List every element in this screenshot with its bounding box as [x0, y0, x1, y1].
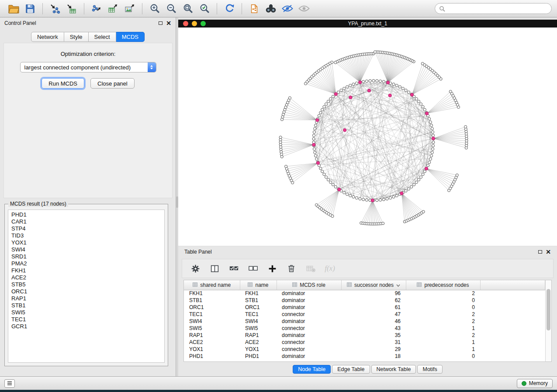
search-box[interactable] — [435, 3, 552, 14]
column-header-name[interactable]: name — [240, 280, 277, 290]
mcds-result-item[interactable]: CAR1 — [11, 218, 164, 225]
table-row[interactable]: SWI4SWI4dominator462 — [184, 318, 545, 325]
column-header-shared-name[interactable]: shared name — [184, 280, 240, 290]
export-network-button[interactable] — [88, 2, 105, 16]
tab-style[interactable]: Style — [64, 32, 89, 42]
mcds-result-item[interactable]: ORC1 — [11, 288, 164, 295]
mcds-result-item[interactable]: TEC1 — [11, 316, 164, 323]
window-close-icon[interactable] — [183, 21, 188, 26]
folder-icon — [8, 4, 19, 14]
export-document-button[interactable] — [246, 2, 263, 16]
mcds-result-item[interactable]: STB5 — [11, 281, 164, 288]
main-toolbar — [0, 0, 557, 17]
scrollbar-thumb[interactable] — [547, 289, 550, 330]
table-row[interactable]: SWI5SWI5connector431 — [184, 325, 545, 332]
export-image-button[interactable] — [121, 2, 138, 16]
mcds-result-item[interactable]: FKH1 — [11, 267, 164, 274]
import-table-button[interactable] — [63, 2, 80, 16]
tab-mcds[interactable]: MCDS — [116, 32, 145, 42]
mcds-result-item[interactable]: SWI5 — [11, 309, 164, 316]
zoom-fit-button[interactable] — [180, 2, 196, 16]
table-row[interactable]: ORC1ORC1dominator610 — [184, 304, 545, 311]
tab-node-table[interactable]: Node Table — [293, 365, 331, 374]
tab-motifs[interactable]: Motifs — [417, 365, 442, 374]
import-network-button[interactable] — [47, 2, 63, 16]
table-row[interactable]: FKH1FKH1dominator962 — [184, 290, 545, 297]
column-header-predecessor-nodes[interactable]: predecessor nodes — [406, 280, 480, 290]
criterion-select[interactable]: largest connected component (undirected) — [20, 62, 156, 72]
add-row-button[interactable] — [266, 261, 278, 275]
delete-rows-button[interactable] — [285, 261, 298, 275]
control-panel-close-icon[interactable]: ✕ — [166, 20, 171, 26]
desktop-background: Control Panel ✕ NetworkStyleSelectMCDS O… — [0, 0, 557, 392]
select-all-button[interactable] — [228, 261, 240, 275]
table-row[interactable]: ACE2ACE2connector311 — [184, 339, 545, 346]
status-menu-button[interactable] — [4, 379, 15, 388]
window-zoom-icon[interactable] — [201, 21, 206, 26]
table-row[interactable]: YOX1YOX1connector291 — [184, 346, 545, 353]
find-button[interactable] — [263, 2, 279, 16]
mcds-result-item[interactable]: ACE2 — [11, 274, 164, 281]
search-input[interactable] — [448, 6, 547, 12]
mcds-result-item[interactable]: SWI4 — [11, 246, 164, 253]
save-session-button[interactable] — [22, 2, 38, 16]
mcds-result-item[interactable]: TID3 — [11, 232, 164, 239]
split-view-button[interactable] — [208, 261, 221, 275]
mcds-result-item[interactable]: RAP1 — [11, 295, 164, 302]
network-window-titlebar[interactable]: YPA_prune.txt_1 — [178, 20, 557, 28]
apply-layout-button[interactable] — [221, 2, 238, 16]
mcds-result-item[interactable]: STB1 — [11, 302, 164, 309]
tab-select[interactable]: Select — [89, 32, 116, 42]
zoom-in-icon — [149, 3, 160, 14]
mcds-result-list[interactable]: PHD1CAR1STP4TID3YOX1SWI4SRD1PMA2FKH1ACE2… — [8, 210, 165, 363]
document-share-icon — [249, 3, 259, 14]
float-table-panel-icon[interactable] — [538, 250, 542, 254]
table-scrollbar[interactable] — [545, 280, 551, 361]
column-label: shared name — [200, 282, 231, 288]
run-mcds-button[interactable]: Run MCDS — [42, 78, 84, 89]
window-minimize-icon[interactable] — [192, 21, 197, 26]
column-header-successor-nodes[interactable]: successor nodes — [341, 280, 406, 290]
tab-edge-table[interactable]: Edge Table — [332, 365, 370, 374]
open-file-button[interactable] — [5, 2, 22, 16]
mcds-result-item[interactable]: PHD1 — [11, 211, 164, 218]
memory-button[interactable]: Memory — [517, 379, 553, 388]
column-header-filler — [480, 280, 545, 290]
table-row[interactable]: TEC1TEC1connector472 — [184, 311, 545, 318]
eye-slash-icon — [282, 4, 293, 13]
eye-icon — [298, 4, 310, 13]
column-header-MCDS-role[interactable]: MCDS role — [277, 280, 341, 290]
mcds-result-item[interactable]: PMA2 — [11, 260, 164, 267]
table-settings-button[interactable] — [189, 261, 201, 275]
zoom-selected-button[interactable] — [196, 2, 213, 16]
hide-graphics-details-button[interactable] — [279, 2, 296, 16]
tab-network[interactable]: Network — [31, 32, 64, 42]
table-row[interactable]: STB1STB1dominator620 — [184, 297, 545, 304]
mcds-result-item[interactable]: GCR1 — [11, 323, 164, 330]
cell-shared-name: ORC1 — [184, 304, 240, 311]
deselect-all-button[interactable] — [247, 261, 259, 275]
network-canvas[interactable] — [178, 28, 557, 246]
network-view[interactable] — [178, 28, 557, 246]
mcds-result-item[interactable]: YOX1 — [11, 239, 164, 246]
cell-name: TEC1 — [240, 311, 277, 318]
select-all-icon — [229, 264, 239, 273]
zoom-in-button[interactable] — [146, 2, 163, 16]
table-toolbar: f(x) — [182, 259, 554, 278]
export-table-button[interactable] — [105, 2, 121, 16]
node-table[interactable]: shared namenameMCDS rolesuccessor nodesp… — [184, 280, 545, 360]
mcds-result-item[interactable]: SRD1 — [11, 253, 164, 260]
table-row[interactable]: PHD1PHD1dominator180 — [184, 353, 545, 360]
zoom-out-button[interactable] — [163, 2, 180, 16]
tab-network-table[interactable]: Network Table — [371, 365, 416, 374]
fx-icon: f(x) — [325, 264, 335, 273]
close-panel-button[interactable]: Close panel — [90, 78, 135, 89]
function-builder-button[interactable]: f(x) — [324, 261, 336, 275]
float-panel-icon[interactable] — [159, 21, 163, 25]
table-panel-close-icon[interactable]: ✕ — [546, 249, 551, 255]
table-row[interactable]: RAP1RAP1dominator352 — [184, 332, 545, 339]
show-graphics-details-button[interactable] — [296, 2, 312, 16]
mcds-result-item[interactable]: STP4 — [11, 225, 164, 232]
column-visibility-button[interactable] — [304, 261, 317, 275]
cell-name: PHD1 — [240, 353, 277, 360]
